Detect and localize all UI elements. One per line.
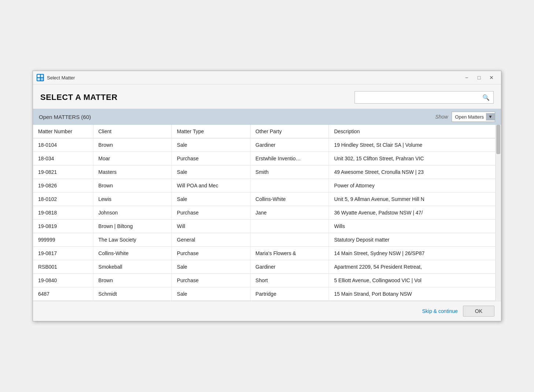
table-row[interactable]: 6487SchmidtSalePartridge15 Main Strand, …: [33, 287, 495, 301]
table-cell: Johnson: [93, 206, 172, 220]
table-cell: 18-0102: [33, 193, 93, 206]
table-cell: 19-0821: [33, 165, 93, 179]
table-row[interactable]: 18-034MoarPurchaseErstwhile Inventio…Uni…: [33, 152, 495, 165]
table-cell: 6487: [33, 287, 93, 301]
matters-table: Matter Number Client Matter Type Other P…: [33, 125, 495, 301]
maximize-button[interactable]: □: [473, 73, 485, 82]
filter-bar: Open MATTERS (60) Show Open Matters ▼: [33, 109, 501, 125]
table-row[interactable]: 19-0817Collins-WhitePurchaseMaria's Flow…: [33, 247, 495, 260]
matters-table-container: Matter Number Client Matter Type Other P…: [33, 125, 501, 301]
svg-rect-3: [41, 78, 43, 81]
table-cell: Smith: [250, 165, 329, 179]
table-row[interactable]: 18-0102LewisSaleCollins-WhiteUnit 5, 9 A…: [33, 193, 495, 206]
skip-continue-button[interactable]: Skip & continue: [422, 308, 457, 314]
scrollbar-thumb: [496, 125, 500, 154]
title-bar: Select Matter − □ ✕: [33, 71, 501, 85]
table-cell: RSB001: [33, 260, 93, 274]
table-cell: [250, 179, 329, 193]
table-cell: 5 Elliott Avenue, Collingwood VIC | Vol: [329, 274, 495, 287]
table-cell: Brown | Biltong: [93, 220, 172, 233]
table-scroll[interactable]: Matter Number Client Matter Type Other P…: [33, 125, 495, 301]
table-cell: Power of Attorney: [329, 179, 495, 193]
search-box[interactable]: 🔍: [355, 91, 494, 104]
table-row[interactable]: 18-0104BrownSaleGardiner19 Hindley Stree…: [33, 138, 495, 152]
table-cell: 18-0104: [33, 138, 93, 152]
table-cell: 19-0817: [33, 247, 93, 260]
minimize-button[interactable]: −: [461, 73, 472, 82]
table-cell: Sale: [172, 287, 251, 301]
table-cell: Statutory Deposit matter: [329, 233, 495, 247]
table-cell: 19-0819: [33, 220, 93, 233]
table-cell: Will: [172, 220, 251, 233]
table-row[interactable]: 19-0826BrownWill POA and MecPower of Att…: [33, 179, 495, 193]
table-cell: Brown: [93, 179, 172, 193]
scrollbar[interactable]: [495, 125, 501, 301]
table-cell: 36 Wyatte Avenue, Padstow NSW | 47/: [329, 206, 495, 220]
app-icon: [37, 74, 44, 81]
table-cell: Short: [250, 274, 329, 287]
table-cell: General: [172, 233, 251, 247]
chevron-down-icon: ▼: [486, 113, 495, 120]
table-cell: Erstwhile Inventio…: [250, 152, 329, 165]
table-cell: Brown: [93, 138, 172, 152]
table-cell: Purchase: [172, 247, 251, 260]
table-cell: 15 Main Strand, Port Botany NSW: [329, 287, 495, 301]
window-title: Select Matter: [47, 75, 461, 81]
table-row[interactable]: RSB001SmokeballSaleGardinerApartment 220…: [33, 260, 495, 274]
table-row[interactable]: 19-0818JohnsonPurchaseJane36 Wyatte Aven…: [33, 206, 495, 220]
table-cell: Sale: [172, 193, 251, 206]
table-cell: Moar: [93, 152, 172, 165]
filter-dropdown-value: Open Matters: [455, 114, 484, 120]
table-row[interactable]: 19-0819Brown | BiltongWillWills: [33, 220, 495, 233]
table-cell: 999999: [33, 233, 93, 247]
filter-bar-label: Open MATTERS (60): [39, 114, 431, 120]
table-cell: Sale: [172, 165, 251, 179]
search-icon: 🔍: [482, 94, 490, 101]
table-row[interactable]: 999999The Law SocietyGeneralStatutory De…: [33, 233, 495, 247]
table-cell: Collins-White: [250, 193, 329, 206]
table-cell: Apartment 2209, 54 President Retreat,: [329, 260, 495, 274]
table-cell: Unit 302, 15 Clifton Street, Prahran VIC: [329, 152, 495, 165]
table-body: 18-0104BrownSaleGardiner19 Hindley Stree…: [33, 138, 495, 301]
table-cell: Will POA and Mec: [172, 179, 251, 193]
window-controls: − □ ✕: [461, 73, 497, 82]
table-cell: Purchase: [172, 206, 251, 220]
table-cell: 18-034: [33, 152, 93, 165]
table-row[interactable]: 19-0840BrownPurchaseShort5 Elliott Avenu…: [33, 274, 495, 287]
ok-button[interactable]: OK: [463, 306, 494, 317]
table-cell: 14 Main Street, Sydney NSW | 26/SP87: [329, 247, 495, 260]
table-cell: Schmidt: [93, 287, 172, 301]
col-header-matter-number: Matter Number: [33, 125, 93, 138]
show-label: Show: [435, 114, 448, 120]
table-cell: Brown: [93, 274, 172, 287]
svg-rect-1: [41, 75, 43, 77]
dialog-footer: Skip & continue OK: [33, 301, 501, 321]
search-input[interactable]: [359, 93, 480, 102]
table-cell: Masters: [93, 165, 172, 179]
table-cell: Jane: [250, 206, 329, 220]
table-cell: 19-0840: [33, 274, 93, 287]
dialog-window: Select Matter − □ ✕ SELECT A MATTER 🔍 Op…: [33, 71, 501, 321]
table-cell: [250, 233, 329, 247]
col-header-matter-type: Matter Type: [172, 125, 251, 138]
table-cell: The Law Society: [93, 233, 172, 247]
filter-dropdown[interactable]: Open Matters ▼: [452, 112, 495, 122]
table-cell: 49 Awesome Street, Cronulla NSW | 23: [329, 165, 495, 179]
col-header-description: Description: [329, 125, 495, 138]
table-cell: Collins-White: [93, 247, 172, 260]
table-cell: Partridge: [250, 287, 329, 301]
close-button[interactable]: ✕: [486, 73, 497, 82]
table-cell: Smokeball: [93, 260, 172, 274]
table-cell: Unit 5, 9 Allman Avenue, Summer Hill N: [329, 193, 495, 206]
table-row[interactable]: 19-0821MastersSaleSmith49 Awesome Street…: [33, 165, 495, 179]
table-cell: Gardiner: [250, 138, 329, 152]
dialog-header: SELECT A MATTER 🔍: [33, 85, 501, 109]
table-cell: Sale: [172, 138, 251, 152]
table-cell: Purchase: [172, 152, 251, 165]
col-header-client: Client: [93, 125, 172, 138]
table-cell: 19-0818: [33, 206, 93, 220]
table-cell: [250, 220, 329, 233]
table-cell: 19-0826: [33, 179, 93, 193]
svg-rect-2: [37, 78, 40, 81]
table-cell: Lewis: [93, 193, 172, 206]
